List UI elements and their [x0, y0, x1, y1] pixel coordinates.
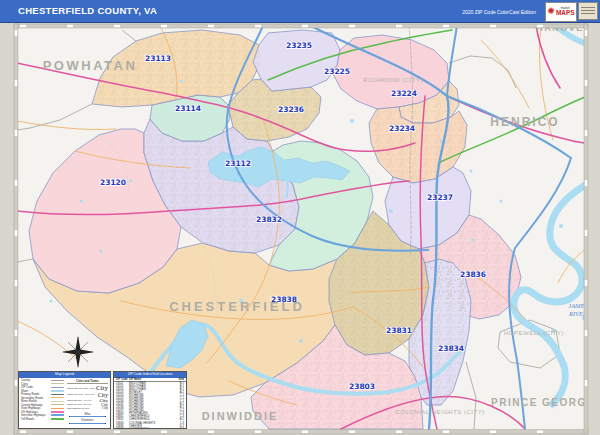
- zip-label-23803: 23803: [349, 382, 375, 391]
- logo-burst-icon: ✺: [547, 7, 555, 16]
- logo-side-box: [578, 2, 598, 20]
- city-label-richmond-city-: RICHMOND (CITY): [363, 77, 423, 83]
- legend-city-class: Cities Below 10,000City: [67, 407, 108, 411]
- zip-label-23834: 23834: [438, 344, 464, 353]
- city-label-colonial-heights-city-: COLONIAL HEIGHTS (CITY): [395, 409, 484, 415]
- zip-label-23234: 23234: [389, 124, 415, 133]
- zip-label-23235: 23235: [286, 41, 312, 50]
- map-document: 2311323235232252322423234231142323623120…: [0, 0, 600, 435]
- area-label-prince-george: PRINCE GEORGE: [491, 397, 595, 408]
- county-map: 2311323235232252322423234231142323623120…: [0, 0, 600, 435]
- zip-index-rows: 23112MIDLOTHIANB-223113MIDLOTHIANB-12311…: [114, 382, 186, 429]
- zip-label-23832: 23832: [256, 215, 282, 224]
- area-label-chesterfield: CHESTERFIELD: [169, 299, 305, 314]
- zip-label-23113: 23113: [145, 54, 171, 63]
- title-bar: CHESTERFIELD COUNTY, VA 2020 ZIP Code Co…: [0, 0, 600, 23]
- zip-index-col-name: ZIP Name: [129, 378, 175, 381]
- publisher-logo: ✺ market MAPS: [545, 2, 598, 22]
- legend-item: Toll Roads: [21, 417, 64, 421]
- zip-index-panel: ZIP Code Index/Grid Location ZIP Code ZI…: [113, 371, 187, 429]
- zip-label-23236: 23236: [278, 105, 304, 114]
- area-label-dinwiddie: DINWIDDIE: [202, 410, 279, 422]
- zip-index-col-code: ZIP Code: [116, 378, 129, 381]
- zip-index-col-grid: Grid: [175, 378, 184, 381]
- zip-label-23112: 23112: [225, 159, 251, 168]
- city-label-hopewell-city-: HOPEWELL (CITY): [504, 330, 564, 336]
- legend-cities-header: Cities and Towns: [67, 379, 108, 384]
- zip-label-23120: 23120: [100, 178, 126, 187]
- map-legend-panel: Map Legend CountyCitiesZIP CodeWaterPrim…: [18, 371, 111, 429]
- marketmaps-logo: ✺ market MAPS: [545, 2, 577, 22]
- zip-label-23114: 23114: [175, 104, 201, 113]
- legend-line-items: CountyCitiesZIP CodeWaterPrimary RoadsSe…: [21, 379, 64, 424]
- edition-label: 2020 ZIP Code ColorCast Edition: [462, 9, 536, 15]
- logo-text-main: MAPS: [556, 10, 575, 17]
- area-label-powhatan: POWHATAN: [43, 58, 138, 73]
- legend-city-classes: Cities 250,000 and AboveCityCities 100,0…: [67, 385, 108, 411]
- zip-label-23237: 23237: [427, 193, 453, 202]
- area-label-henrico: HENRICO: [490, 115, 559, 129]
- zip-label-23225: 23225: [324, 67, 350, 76]
- legend-scale-bars: MilesKilometers: [67, 413, 108, 424]
- zip-label-23836: 23836: [460, 270, 486, 279]
- zip-label-23224: 23224: [391, 89, 417, 98]
- legend-city-class: Cities 250,000 and AboveCity: [67, 385, 108, 392]
- zip-index-row: 23838CHESTERFIELDB-3: [116, 428, 184, 429]
- zip-label-23831: 23831: [386, 326, 412, 335]
- scale-bar: Kilometers: [67, 419, 108, 424]
- scale-bar: Miles: [67, 413, 108, 418]
- page-title: CHESTERFIELD COUNTY, VA: [18, 5, 157, 16]
